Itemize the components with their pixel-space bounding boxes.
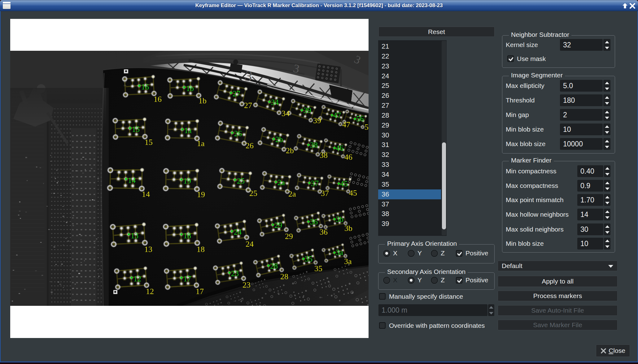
svg-text:34: 34 — [271, 98, 279, 106]
svg-text:39: 39 — [304, 106, 311, 115]
svg-text:45: 45 — [349, 188, 357, 197]
svg-text:35: 35 — [305, 255, 312, 263]
svg-text:34: 34 — [282, 109, 290, 118]
svg-text:26: 26 — [234, 129, 242, 138]
svg-text:19: 19 — [183, 177, 191, 185]
svg-text:13: 13 — [144, 245, 152, 254]
svg-text:18: 18 — [183, 232, 191, 240]
svg-text:38: 38 — [310, 141, 318, 149]
svg-text:12: 12 — [133, 275, 141, 283]
svg-text:25: 25 — [249, 189, 257, 198]
svg-text:17: 17 — [183, 275, 191, 283]
svg-text:29: 29 — [285, 232, 293, 241]
svg-text:12: 12 — [146, 287, 154, 296]
svg-text:1a: 1a — [184, 126, 192, 135]
svg-text:56: 56 — [365, 123, 369, 132]
svg-text:28: 28 — [280, 272, 288, 281]
svg-text:36: 36 — [310, 218, 318, 226]
svg-text:25: 25 — [237, 177, 245, 185]
svg-text:18: 18 — [197, 245, 205, 254]
svg-text:14: 14 — [128, 176, 136, 184]
svg-text:1a: 1a — [197, 139, 205, 148]
svg-text:46: 46 — [336, 144, 343, 152]
svg-text:47: 47 — [333, 111, 341, 119]
svg-text:46: 46 — [344, 153, 352, 162]
svg-text:24: 24 — [234, 228, 242, 236]
svg-text:15: 15 — [145, 138, 153, 147]
svg-text:29: 29 — [274, 221, 282, 229]
svg-text:35: 35 — [314, 264, 322, 273]
svg-text:1b: 1b — [186, 84, 194, 93]
svg-text:14: 14 — [142, 190, 150, 199]
svg-text:37: 37 — [311, 179, 319, 188]
svg-text:2a: 2a — [288, 189, 296, 198]
svg-text:26: 26 — [246, 141, 254, 150]
svg-text:36: 36 — [320, 228, 328, 236]
svg-text:15: 15 — [132, 125, 140, 133]
svg-text:37: 37 — [321, 189, 329, 198]
svg-text:27: 27 — [244, 101, 252, 110]
svg-text:3b: 3b — [336, 215, 343, 223]
svg-text:39: 39 — [313, 116, 321, 125]
svg-text:16: 16 — [154, 95, 162, 104]
svg-text:2b: 2b — [286, 146, 294, 155]
svg-text:47: 47 — [342, 120, 350, 129]
svg-text:24: 24 — [246, 240, 254, 249]
svg-text:13: 13 — [131, 232, 138, 240]
svg-text:2a: 2a — [277, 178, 285, 187]
svg-text:38: 38 — [320, 151, 328, 160]
svg-text:16: 16 — [141, 83, 149, 91]
svg-text:56: 56 — [356, 115, 364, 123]
svg-text:3b: 3b — [344, 224, 352, 233]
svg-text:3a: 3a — [336, 248, 343, 257]
svg-text:3a: 3a — [344, 257, 352, 266]
svg-text:17: 17 — [196, 287, 204, 296]
svg-text:28: 28 — [270, 262, 278, 270]
svg-text:1b: 1b — [199, 96, 207, 105]
svg-text:23: 23 — [231, 269, 239, 278]
svg-text:19: 19 — [197, 190, 205, 199]
svg-text:27: 27 — [233, 89, 240, 98]
svg-text:45: 45 — [340, 180, 348, 188]
svg-text:2b: 2b — [275, 135, 283, 144]
svg-text:23: 23 — [243, 280, 251, 289]
